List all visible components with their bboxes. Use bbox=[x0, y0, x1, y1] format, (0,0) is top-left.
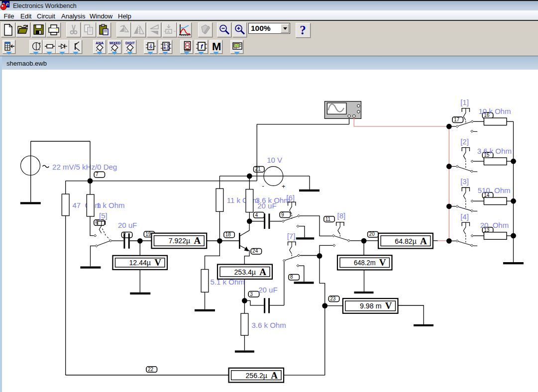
svg-text:M: M bbox=[212, 40, 221, 52]
svg-text:&: & bbox=[149, 44, 153, 49]
svg-text:A: A bbox=[167, 30, 170, 33]
svg-text:R Q: R Q bbox=[164, 46, 170, 50]
